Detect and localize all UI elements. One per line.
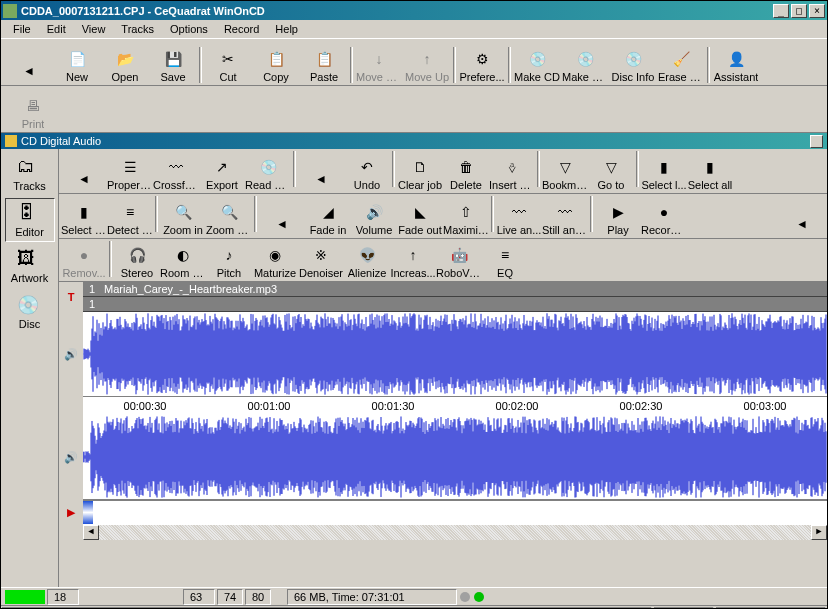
remov-button[interactable]: ●Remov... [61, 241, 107, 279]
erase-c-button[interactable]: 🧹Erase C... [657, 41, 705, 83]
live-an-button[interactable]: 〰Live an... [496, 196, 542, 236]
insert-sil-button[interactable]: ⎀Insert sil... [489, 151, 535, 191]
fade-out-button[interactable]: ◣Fade out [397, 196, 443, 236]
overview-indicator[interactable] [83, 501, 93, 524]
zoom-out-button[interactable]: 🔍Zoom out [206, 196, 252, 236]
maximiz-button[interactable]: ⇧Maximiz... [443, 196, 489, 236]
menu-view[interactable]: View [74, 21, 114, 37]
-icon: ◄ [792, 214, 812, 234]
move-d-button[interactable]: ↓Move D... [355, 41, 403, 83]
zoom-in-button[interactable]: 🔍Zoom in [160, 196, 206, 236]
close-button[interactable]: × [809, 4, 825, 18]
scroll-left-button[interactable]: ◄ [83, 525, 99, 540]
eq-label: EQ [497, 267, 513, 279]
separator [707, 47, 710, 83]
sidebar-tracks[interactable]: 🗂Tracks [5, 152, 55, 196]
zoom-in-icon: 🔍 [173, 202, 193, 222]
waveform-right[interactable] [83, 415, 827, 500]
overview-strip[interactable] [83, 500, 827, 524]
undo-button[interactable]: ↶Undo [344, 151, 390, 191]
status-value-1: 18 [47, 589, 79, 605]
read-c-button[interactable]: 💿Read C... [245, 151, 291, 191]
editor-toolbar-3: ●Remov...🎧Stereo◐Room si...♪Pitch◉Maturi… [59, 239, 827, 282]
select-all-button[interactable]: ▮Select all [687, 151, 733, 191]
eq-button[interactable]: ≡EQ [482, 241, 528, 279]
print-toolbar: 🖶 Print [1, 86, 827, 133]
sidebar-editor[interactable]: 🎛Editor [5, 198, 55, 242]
make-c-button[interactable]: 💿Make C... [561, 41, 609, 83]
disc-info-button[interactable]: 💿Disc Info [609, 41, 657, 83]
maximize-button[interactable]: □ [791, 4, 807, 18]
sidebar-artwork[interactable]: 🖼Artwork [5, 244, 55, 288]
make-cd-button[interactable]: 💿Make CD [513, 41, 561, 83]
menu-options[interactable]: Options [162, 21, 216, 37]
separator [350, 47, 353, 83]
new-button[interactable]: 📄New [53, 41, 101, 83]
increas-button[interactable]: ↑Increas... [390, 241, 436, 279]
minimize-button[interactable]: _ [773, 4, 789, 18]
menu-file[interactable]: File [5, 21, 39, 37]
properties-button[interactable]: ☰Properties [107, 151, 153, 191]
crossfade-button[interactable]: 〰Crossfade [153, 151, 199, 191]
track-header-2[interactable]: 1 [83, 297, 827, 312]
play-button[interactable]: ▶Play [595, 196, 641, 236]
waveform-left[interactable] [83, 312, 827, 397]
move-up-button[interactable]: ↑Move Up [403, 41, 451, 83]
-button[interactable]: ◄ [259, 196, 305, 236]
new-icon: 📄 [67, 49, 87, 69]
timeline-ruler[interactable]: 00:00:3000:01:0000:01:3000:02:0000:02:30… [83, 397, 827, 415]
menu-record[interactable]: Record [216, 21, 267, 37]
open-label: Open [112, 71, 139, 83]
-button[interactable]: ◄ [5, 41, 53, 83]
horizontal-scrollbar[interactable]: ◄ ► [83, 524, 827, 540]
print-button[interactable]: 🖶 Print [9, 88, 57, 130]
room-si-button[interactable]: ◐Room si... [160, 241, 206, 279]
record-button[interactable]: ●Record ... [641, 196, 687, 236]
sidebar-disc[interactable]: 💿Disc [5, 290, 55, 334]
increas-icon: ↑ [403, 245, 423, 265]
waveform-panel[interactable]: 00:00:3000:01:0000:01:3000:02:0000:02:30… [83, 312, 827, 542]
scroll-right-button[interactable]: ► [811, 525, 827, 540]
denoiser-button[interactable]: ※Denoiser [298, 241, 344, 279]
panel-maximize-button[interactable] [810, 135, 823, 148]
time-tick: 00:02:00 [455, 400, 579, 412]
save-button[interactable]: 💾Save [149, 41, 197, 83]
still-anal-button[interactable]: 〰Still anal... [542, 196, 588, 236]
-button[interactable]: ◄ [779, 196, 825, 236]
assistant-button[interactable]: 👤Assistant [712, 41, 760, 83]
properties-label: Properties [107, 179, 153, 191]
volume-button[interactable]: 🔊Volume [351, 196, 397, 236]
copy-button[interactable]: 📋Copy [252, 41, 300, 83]
progress-indicator [5, 590, 45, 604]
go-to-button[interactable]: ▽Go to [588, 151, 634, 191]
paste-button[interactable]: 📋Paste [300, 41, 348, 83]
prefere-button[interactable]: ⚙Prefere... [458, 41, 506, 83]
robovo-button[interactable]: 🤖RoboVo... [436, 241, 482, 279]
menu-tracks[interactable]: Tracks [113, 21, 162, 37]
alienize-button[interactable]: 👽Alienize [344, 241, 390, 279]
-button[interactable]: ◄ [298, 151, 344, 191]
export-button[interactable]: ↗Export [199, 151, 245, 191]
stereo-button[interactable]: 🎧Stereo [114, 241, 160, 279]
delete-button[interactable]: 🗑Delete [443, 151, 489, 191]
detect-t-button[interactable]: ≡Detect t... [107, 196, 153, 236]
open-button[interactable]: 📂Open [101, 41, 149, 83]
select-l-button[interactable]: ▮Select l... [641, 151, 687, 191]
-button[interactable]: ◄ [61, 151, 107, 191]
scroll-track[interactable] [99, 525, 811, 540]
menu-help[interactable]: Help [267, 21, 306, 37]
maturize-button[interactable]: ◉Maturize [252, 241, 298, 279]
pitch-button[interactable]: ♪Pitch [206, 241, 252, 279]
bookmark-button[interactable]: ▽Bookmark [542, 151, 588, 191]
track-header-1[interactable]: 1 Mariah_Carey_-_Heartbreaker.mp3 [83, 282, 827, 297]
live-an-icon: 〰 [509, 202, 529, 222]
undo-label: Undo [354, 179, 380, 191]
play-label: Play [607, 224, 628, 236]
menu-edit[interactable]: Edit [39, 21, 74, 37]
cut-button[interactable]: ✂Cut [204, 41, 252, 83]
clear-job-button[interactable]: 🗋Clear job [397, 151, 443, 191]
erase-c-label: Erase C... [658, 71, 704, 83]
fade-in-button[interactable]: ◢Fade in [305, 196, 351, 236]
export-icon: ↗ [212, 157, 232, 177]
select-ri-button[interactable]: ▮Select ri... [61, 196, 107, 236]
